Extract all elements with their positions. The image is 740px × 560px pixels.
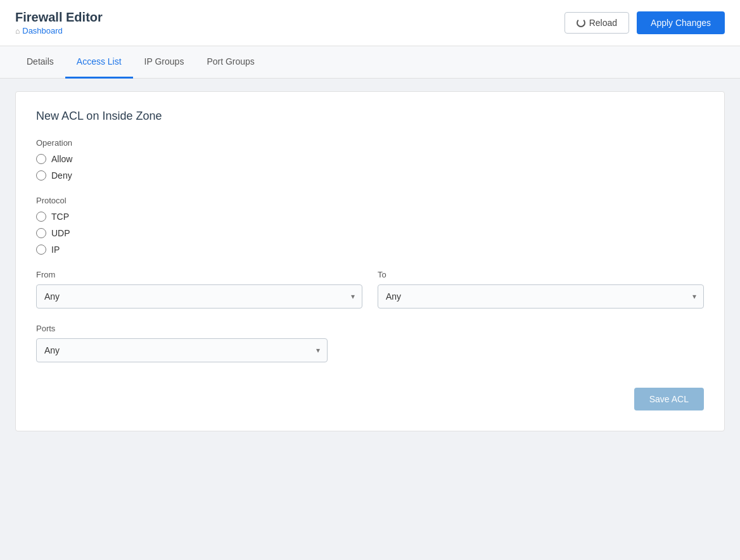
operation-deny-label[interactable]: Deny	[51, 170, 72, 181]
acl-card: New ACL on Inside Zone Operation Allow D…	[15, 91, 725, 431]
protocol-tcp-radio[interactable]	[36, 212, 46, 222]
card-footer: Save ACL	[36, 388, 704, 410]
operation-allow-label[interactable]: Allow	[51, 154, 72, 164]
card-title: New ACL on Inside Zone	[36, 110, 704, 123]
protocol-ip-radio[interactable]	[36, 245, 46, 255]
tab-bar: Details Access List IP Groups Port Group…	[0, 46, 740, 79]
protocol-udp-radio[interactable]	[36, 228, 46, 238]
protocol-ip-item: IP	[36, 245, 704, 255]
from-group: From Any Inside Zone Outside Zone DMZ ▾	[36, 270, 362, 309]
save-acl-button[interactable]: Save ACL	[634, 388, 704, 410]
ports-section: Ports Any HTTP (80) HTTPS (443) SSH (22)…	[36, 324, 704, 362]
operation-deny-item: Deny	[36, 170, 704, 181]
protocol-udp-label[interactable]: UDP	[51, 228, 70, 238]
protocol-tcp-label[interactable]: TCP	[51, 212, 69, 222]
to-label: To	[378, 270, 704, 279]
to-select[interactable]: Any Inside Zone Outside Zone DMZ	[378, 284, 704, 309]
protocol-ip-label[interactable]: IP	[51, 245, 60, 255]
from-to-row: From Any Inside Zone Outside Zone DMZ ▾ …	[36, 270, 704, 309]
dashboard-link[interactable]: Dashboard	[22, 26, 63, 35]
tab-details[interactable]: Details	[15, 46, 65, 79]
reload-label: Reload	[589, 18, 617, 28]
to-select-wrapper: Any Inside Zone Outside Zone DMZ ▾	[378, 284, 704, 309]
ports-group: Ports Any HTTP (80) HTTPS (443) SSH (22)…	[36, 324, 328, 362]
protocol-udp-item: UDP	[36, 228, 704, 238]
app-title: Firewall Editor	[15, 10, 103, 25]
home-icon: ⌂	[15, 27, 20, 35]
ports-label: Ports	[36, 324, 328, 333]
ports-select-wrapper: Any HTTP (80) HTTPS (443) SSH (22) FTP (…	[36, 338, 328, 362]
apply-changes-button[interactable]: Apply Changes	[637, 11, 725, 34]
protocol-section: Protocol TCP UDP IP	[36, 196, 704, 255]
main-content: New ACL on Inside Zone Operation Allow D…	[0, 79, 740, 444]
ports-select[interactable]: Any HTTP (80) HTTPS (443) SSH (22) FTP (…	[36, 338, 328, 362]
operation-allow-radio[interactable]	[36, 154, 46, 164]
header-left: Firewall Editor ⌂ Dashboard	[15, 10, 103, 35]
operation-label: Operation	[36, 138, 704, 148]
header: Firewall Editor ⌂ Dashboard Reload Apply…	[0, 0, 740, 46]
header-right: Reload Apply Changes	[565, 11, 725, 34]
protocol-radio-group: TCP UDP IP	[36, 212, 704, 255]
reload-icon	[577, 18, 585, 27]
protocol-tcp-item: TCP	[36, 212, 704, 222]
to-group: To Any Inside Zone Outside Zone DMZ ▾	[378, 270, 704, 309]
operation-radio-group: Allow Deny	[36, 154, 704, 181]
tab-ip-groups[interactable]: IP Groups	[133, 46, 196, 79]
protocol-label: Protocol	[36, 196, 704, 205]
operation-section: Operation Allow Deny	[36, 138, 704, 181]
from-select[interactable]: Any Inside Zone Outside Zone DMZ	[36, 284, 362, 309]
tab-access-list[interactable]: Access List	[65, 46, 133, 79]
reload-button[interactable]: Reload	[565, 12, 629, 34]
breadcrumb: ⌂ Dashboard	[15, 26, 103, 35]
operation-allow-item: Allow	[36, 154, 704, 164]
from-label: From	[36, 270, 362, 279]
from-select-wrapper: Any Inside Zone Outside Zone DMZ ▾	[36, 284, 362, 309]
operation-deny-radio[interactable]	[36, 170, 46, 181]
tab-port-groups[interactable]: Port Groups	[195, 46, 265, 79]
